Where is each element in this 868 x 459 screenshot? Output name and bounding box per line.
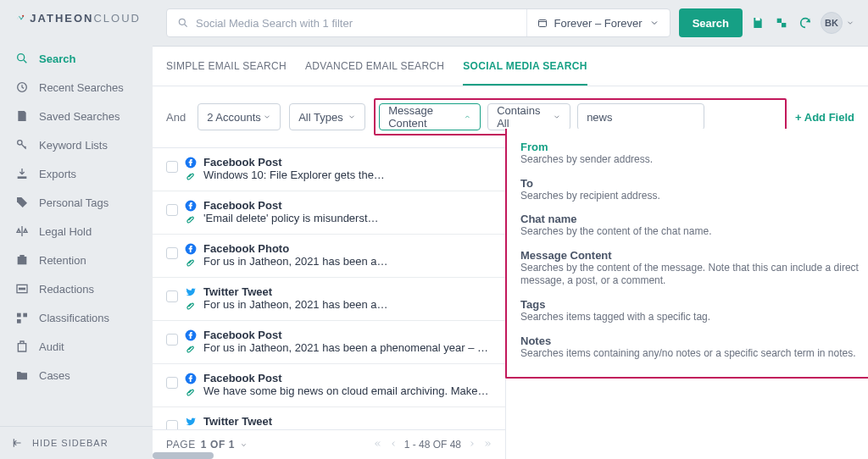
row-checkbox[interactable] bbox=[166, 161, 178, 173]
result-row[interactable]: Twitter Tweet #DidYouKnow that tech comp… bbox=[153, 407, 505, 429]
hide-sidebar-label: HIDE SIDEBAR bbox=[32, 438, 108, 448]
sidebar-item-personal-tags[interactable]: Personal Tags bbox=[0, 188, 153, 217]
sidebar-item-label: Keyword Lists bbox=[39, 139, 108, 152]
sidebar-item-search[interactable]: Search bbox=[0, 44, 153, 73]
dropdown-option-from[interactable]: FromSearches by sender address. bbox=[520, 135, 866, 172]
dropdown-option-tags[interactable]: TagsSearches items tagged with a specifi… bbox=[520, 293, 866, 329]
sidebar-item-label: Exports bbox=[39, 168, 76, 180]
row-icons bbox=[185, 329, 197, 356]
sidebar-item-classifications[interactable]: Classifications bbox=[0, 303, 153, 332]
sidebar-item-label: Cases bbox=[39, 369, 70, 382]
row-checkbox[interactable] bbox=[166, 247, 178, 259]
result-row[interactable]: Facebook Post Windows 10: File Explorer … bbox=[153, 148, 505, 191]
chevron-up-icon bbox=[464, 113, 471, 121]
sidebar-item-cases[interactable]: Cases bbox=[0, 361, 153, 390]
dropdown-option-message-content[interactable]: Message ContentSearches by the content o… bbox=[520, 244, 866, 293]
dropdown-option-title: Chat name bbox=[520, 213, 866, 225]
search-icon bbox=[15, 52, 29, 65]
result-row[interactable]: Facebook Post 'Email delete' policy is m… bbox=[153, 191, 505, 235]
dropdown-option-desc: Searches by recipient address. bbox=[520, 190, 866, 203]
date-range-picker[interactable]: Forever – Forever bbox=[526, 9, 670, 36]
tab-simple-email-search[interactable]: SIMPLE EMAIL SEARCH bbox=[166, 47, 287, 86]
row-checkbox[interactable] bbox=[166, 204, 178, 216]
dropdown-option-title: To bbox=[520, 177, 866, 190]
folder-icon bbox=[15, 368, 29, 382]
row-body: Facebook Photo For us in Jatheon, 2021 h… bbox=[203, 242, 492, 268]
hide-sidebar-button[interactable]: HIDE SIDEBAR bbox=[0, 426, 153, 459]
sidebar-item-redactions[interactable]: Redactions bbox=[0, 274, 153, 303]
logo-icon bbox=[12, 10, 25, 25]
row-snippet: 'Email delete' policy is misunderst… bbox=[203, 212, 492, 224]
page-indicator[interactable]: PAGE 1 OF 1 bbox=[166, 439, 248, 451]
sidebar-item-legal-hold[interactable]: Legal Hold bbox=[0, 217, 153, 246]
row-body: Facebook Post For us in Jatheon, 2021 ha… bbox=[203, 329, 492, 354]
date-range-text: Forever – Forever bbox=[554, 17, 643, 30]
svg-rect-6 bbox=[19, 288, 25, 290]
sidebar-item-exports[interactable]: Exports bbox=[0, 159, 153, 188]
filter-value-input[interactable]: news bbox=[577, 103, 704, 130]
sidebar-item-label: Saved Searches bbox=[39, 110, 120, 123]
tab-social-media-search[interactable]: SOCIAL MEDIA SEARCH bbox=[463, 47, 587, 86]
add-field-button[interactable]: + Add Field bbox=[795, 111, 854, 124]
row-body: Facebook Post We have some big news on c… bbox=[203, 372, 492, 397]
user-menu[interactable]: BK bbox=[821, 12, 854, 34]
pager-indicator: 1 OF 1 bbox=[201, 439, 235, 451]
dropdown-option-chat-name[interactable]: Chat nameSearches by the content of the … bbox=[520, 207, 866, 244]
dropdown-option-title: From bbox=[520, 141, 866, 153]
result-row[interactable]: Facebook Post We have some big news on c… bbox=[153, 364, 505, 407]
field-select[interactable]: Message Content bbox=[379, 103, 481, 130]
filter-conjunction: And bbox=[166, 111, 189, 124]
sidebar-item-label: Recent Searches bbox=[39, 81, 124, 94]
row-body: Twitter Tweet #DidYouKnow that tech comp… bbox=[203, 415, 492, 429]
row-checkbox[interactable] bbox=[166, 334, 178, 346]
pager-range: 1 - 48 OF 48 bbox=[404, 439, 461, 451]
export-icon bbox=[15, 167, 29, 180]
horizontal-scrollbar[interactable] bbox=[153, 452, 214, 459]
types-select-value: All Types bbox=[298, 111, 343, 124]
types-select[interactable]: All Types bbox=[289, 103, 365, 130]
accounts-select[interactable]: 2 Accounts bbox=[198, 103, 281, 130]
dropdown-option-notes[interactable]: NotesSearches items containing any/no no… bbox=[520, 329, 866, 366]
pager-last-icon[interactable] bbox=[483, 440, 492, 448]
toolbar-icons bbox=[751, 16, 812, 30]
pager-next-icon[interactable] bbox=[468, 440, 476, 448]
row-checkbox[interactable] bbox=[166, 420, 178, 429]
search-icon bbox=[177, 17, 189, 29]
operator-select-value: Contains All bbox=[497, 104, 553, 130]
tab-advanced-email-search[interactable]: ADVANCED EMAIL SEARCH bbox=[305, 47, 444, 86]
row-icons bbox=[185, 416, 197, 429]
result-row[interactable]: Facebook Photo For us in Jatheon, 2021 h… bbox=[153, 235, 505, 278]
chevron-down-icon bbox=[553, 113, 561, 121]
dropdown-option-to[interactable]: ToSearches by recipient address. bbox=[520, 172, 866, 208]
sidebar-item-audit[interactable]: Audit bbox=[0, 332, 153, 361]
dropdown-option-desc: Searches by the content of the message. … bbox=[520, 262, 866, 288]
results-list: Facebook Post Windows 10: File Explorer … bbox=[153, 148, 505, 459]
chevron-down-icon bbox=[348, 113, 356, 121]
search-tabs: SIMPLE EMAIL SEARCHADVANCED EMAIL SEARCH… bbox=[153, 47, 868, 86]
sidebar-item-saved-searches[interactable]: Saved Searches bbox=[0, 102, 153, 130]
sidebar-item-retention[interactable]: Retention bbox=[0, 246, 153, 274]
search-bar[interactable]: Social Media Search with 1 filter Foreve… bbox=[166, 8, 670, 37]
refresh-icon[interactable] bbox=[798, 16, 812, 30]
row-checkbox[interactable] bbox=[166, 290, 178, 302]
result-row[interactable]: Facebook Post For us in Jatheon, 2021 ha… bbox=[153, 321, 505, 364]
row-snippet: For us in Jatheon, 2021 has been a… bbox=[203, 255, 492, 268]
field-select-value: Message Content bbox=[388, 104, 464, 130]
row-checkbox[interactable] bbox=[166, 377, 178, 389]
logo-text: JATHEONCLOUD bbox=[30, 12, 141, 25]
pager-prev-icon[interactable] bbox=[389, 440, 398, 448]
dropdown-option-desc: Searches by the content of the chat name… bbox=[520, 225, 866, 239]
row-title: Twitter Tweet bbox=[203, 415, 492, 428]
row-icons bbox=[185, 243, 197, 269]
row-title: Facebook Post bbox=[203, 372, 492, 384]
save-icon[interactable] bbox=[751, 16, 765, 30]
pager-first-icon[interactable] bbox=[374, 440, 382, 448]
sidebar-item-recent-searches[interactable]: Recent Searches bbox=[0, 73, 153, 102]
sidebar-item-keyword-lists[interactable]: Keyword Lists bbox=[0, 130, 153, 159]
export-icon[interactable] bbox=[775, 16, 788, 30]
search-button[interactable]: Search bbox=[679, 8, 743, 37]
operator-select[interactable]: Contains All bbox=[487, 103, 570, 130]
svg-point-10 bbox=[179, 19, 185, 25]
result-row[interactable]: Twitter Tweet For us in Jatheon, 2021 ha… bbox=[153, 278, 505, 321]
search-input[interactable]: Social Media Search with 1 filter bbox=[167, 17, 526, 30]
